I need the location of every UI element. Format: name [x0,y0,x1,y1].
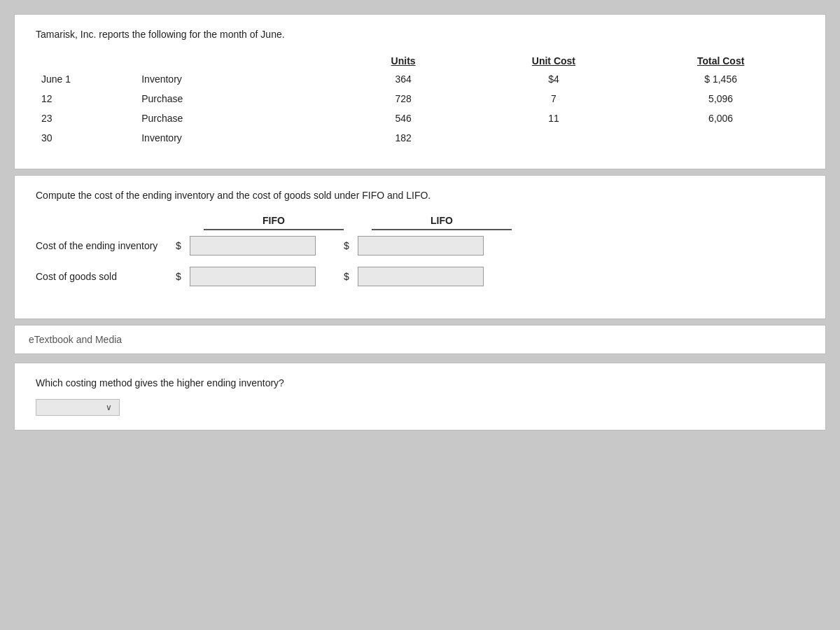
cell-date: 23 [36,108,136,128]
cost-of-goods-sold-row: Cost of goods sold $ $ [36,267,804,286]
cell-unit-cost: 11 [470,108,638,128]
cell-units: 728 [337,89,470,108]
cell-type: Purchase [136,108,336,128]
cell-date: 30 [36,128,136,148]
fifo-dollar-sign-2: $ [176,271,187,282]
middle-section: Compute the cost of the ending inventory… [14,175,826,319]
cogs-label: Cost of goods sold [36,271,176,282]
cell-date: 12 [36,89,136,108]
table-row: 12 Purchase 728 7 5,096 [36,89,804,108]
cell-unit-cost: $4 [470,69,638,89]
table-row: June 1 Inventory 364 $4 $ 1,456 [36,69,804,89]
cell-type: Inventory [136,128,336,148]
question-section: Which costing method gives the higher en… [14,363,826,430]
table-row: 23 Purchase 546 11 6,006 [36,108,804,128]
col-totalcost-header: Total Cost [637,52,804,69]
col-date-header [36,52,136,69]
cell-type: Purchase [136,89,336,108]
col-units-header: Units [337,52,470,69]
col-type-header [136,52,336,69]
lifo-ending-inventory-group: $ [344,236,484,255]
cell-total-cost: 6,006 [637,108,804,128]
fifo-cogs-input[interactable] [190,267,316,286]
compute-title: Compute the cost of the ending inventory… [36,190,804,201]
cell-units: 182 [337,128,470,148]
lifo-cogs-group: $ [344,267,484,286]
cell-date: June 1 [36,69,136,89]
lifo-dollar-sign-2: $ [344,271,355,282]
costing-method-dropdown[interactable]: ∨ [36,399,120,416]
cell-total-cost: $ 1,456 [637,69,804,89]
fifo-lifo-header: FIFO LIFO [36,215,804,230]
col-unitcost-header: Unit Cost [470,52,638,69]
lifo-ending-inventory-input[interactable] [358,236,484,255]
table-row: 30 Inventory 182 [36,128,804,148]
etextbook-label: eTextbook and Media [29,334,122,345]
fifo-dollar-sign-1: $ [176,240,187,251]
cell-total-cost [637,128,804,148]
top-section-title: Tamarisk, Inc. reports the following for… [36,29,804,40]
ending-inventory-row: Cost of the ending inventory $ $ [36,236,804,255]
lifo-dollar-sign-1: $ [344,240,355,251]
lifo-cogs-input[interactable] [358,267,484,286]
chevron-down-icon: ∨ [106,402,112,412]
cell-unit-cost [470,128,638,148]
inventory-table: Units Unit Cost Total Cost June 1 Invent… [36,52,804,148]
cell-units: 364 [337,69,470,89]
lifo-column-header: LIFO [372,215,512,230]
question-text: Which costing method gives the higher en… [36,377,804,388]
cell-type: Inventory [136,69,336,89]
fifo-column-header: FIFO [204,215,344,230]
etextbook-section: eTextbook and Media [14,325,826,354]
cell-units: 546 [337,108,470,128]
ending-inventory-label: Cost of the ending inventory [36,240,176,251]
cell-unit-cost: 7 [470,89,638,108]
cell-total-cost: 5,096 [637,89,804,108]
fifo-ending-inventory-input[interactable] [190,236,316,255]
